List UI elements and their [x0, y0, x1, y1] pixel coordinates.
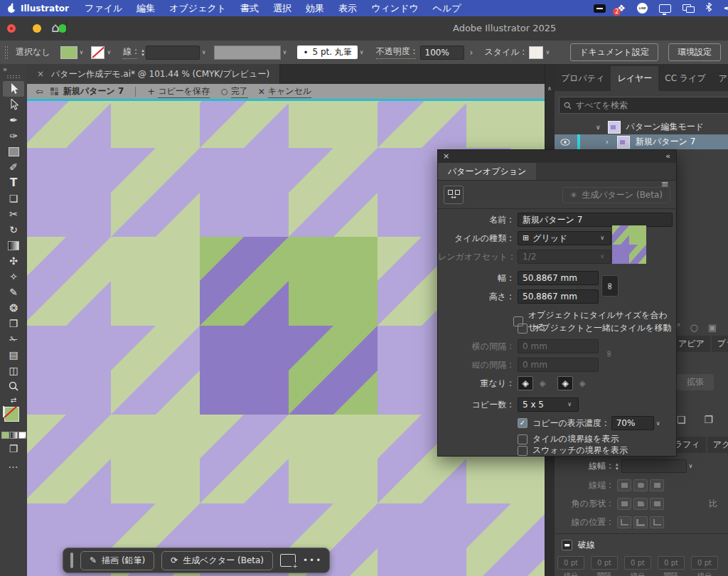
dim-copies-chevron[interactable]: ∨ — [656, 420, 660, 427]
brush-definition-chevron[interactable]: ∨ — [360, 49, 364, 55]
cancel-button[interactable]: ✕キャンセル — [258, 85, 311, 98]
stroke-panel-weight-chevron[interactable]: ∨ — [689, 463, 693, 469]
app-menu-illustrator[interactable]: Illustrator — [21, 4, 69, 14]
controlbar-grip[interactable] — [4, 46, 9, 60]
layer-thumbnail[interactable] — [608, 121, 621, 134]
color-mode-gradient[interactable] — [10, 432, 18, 439]
dash-value-field[interactable]: 0 pt — [591, 556, 618, 570]
taskbar-more-icon[interactable]: ••• — [303, 555, 322, 565]
show-tile-edge-label[interactable]: タイルの境界線を表示 — [532, 433, 619, 445]
stroke-weight-label[interactable]: 線 : — [123, 46, 137, 59]
image-icon[interactable]: ▣ — [708, 322, 717, 333]
reference-image-icon[interactable]: + — [280, 554, 296, 567]
panel-close-icon[interactable]: × — [443, 151, 449, 161]
menu-item-0[interactable]: ファイル — [85, 2, 122, 15]
dash-value-field[interactable]: 0 pt — [691, 556, 718, 570]
knife-tool[interactable]: ✁ — [3, 331, 24, 347]
pattern-tile-tool-button[interactable]: ↔ — [444, 186, 464, 204]
layer-row-pattern-mode[interactable]: ∨ パターン編集モード — [555, 119, 728, 134]
type-tool[interactable]: T — [3, 175, 24, 191]
dash-value-field[interactable]: 0 pt — [658, 556, 685, 570]
preferences-button[interactable]: 環境設定 — [668, 43, 721, 61]
artboard-tool[interactable]: ❐ — [3, 316, 24, 331]
show-swatch-bounds-checkbox[interactable] — [518, 446, 528, 456]
pen-status-icon[interactable]: ✒ — [724, 4, 728, 14]
panel-tab-1[interactable]: レイヤー — [611, 66, 658, 91]
menu-item-7[interactable]: ウィンドウ — [371, 2, 419, 15]
overlap-right-front-button[interactable]: ◈ — [535, 377, 550, 390]
stroke-weight-chevron[interactable]: ∨ — [202, 49, 206, 55]
tools-ellipsis-icon[interactable]: … — [3, 457, 24, 472]
layer-row-new-pattern[interactable]: › 新規パターン 7 — [555, 134, 728, 149]
layer-name[interactable]: 新規パターン 7 — [636, 136, 695, 148]
scroll-up-arrow[interactable]: ∧ — [547, 85, 552, 92]
dropbox-icon[interactable]: ❖2 — [617, 3, 626, 14]
panel-tab-0[interactable]: プロパティ — [555, 66, 611, 91]
document-tab[interactable]: × パターン作成デモ.ai* @ 101.44 % (CMYK/プレビュー) — [27, 64, 280, 84]
generate-pattern-button[interactable]: ✳ 生成パターン (Beta) — [562, 187, 670, 203]
menu-item-4[interactable]: 選択 — [273, 2, 291, 15]
style-chevron[interactable]: ∨ — [545, 49, 550, 55]
curvature-tool[interactable]: ✑ — [3, 128, 24, 144]
exit-pattern-mode-icon[interactable]: ⇦ — [36, 86, 43, 97]
align-center-button[interactable] — [617, 516, 631, 528]
overlap-top-front-button[interactable]: ◈ — [557, 376, 573, 390]
expand-chevron-icon[interactable]: ∨ — [596, 124, 601, 131]
corner-miter-button[interactable] — [617, 498, 631, 510]
tile-type-select[interactable]: ⊞グリッド ∨ — [518, 231, 611, 245]
layers-search-field[interactable]: すべてを検索 — [559, 97, 728, 114]
home-icon[interactable]: ⌂ — [51, 20, 59, 35]
direct-selection-tool[interactable] — [3, 97, 24, 112]
move-with-object-checkbox[interactable] — [518, 324, 528, 334]
width-tool[interactable]: ✣ — [3, 253, 24, 269]
copies-select[interactable]: 5 x 5∨ — [518, 398, 579, 412]
brush-preview-chevron[interactable]: ∨ — [283, 49, 287, 55]
zoom-icon[interactable]: ○ — [690, 322, 697, 333]
taskbar-drag-handle[interactable] — [70, 553, 73, 568]
appearance-tab-0[interactable]: アピア — [673, 336, 710, 352]
stroke-panel-stepper[interactable]: ▴▾ — [616, 462, 619, 471]
fill-color-swatch[interactable] — [60, 46, 77, 59]
cap-projecting-button[interactable] — [650, 479, 664, 491]
dashed-line-checkbox[interactable]: ▬ — [562, 540, 572, 550]
symbol-sprayer-tool[interactable]: ❂ — [3, 300, 24, 316]
graphic-tab-1[interactable]: アクショ — [707, 437, 728, 453]
pattern-name-field[interactable]: 新規パターン 7 — [518, 213, 673, 227]
cap-round-button[interactable] — [633, 479, 648, 491]
eyedropper-tool[interactable]: ✧ — [3, 269, 24, 284]
tab-close-icon[interactable]: × — [37, 69, 44, 79]
align-inside-button[interactable] — [633, 516, 648, 528]
stroke-weight-field[interactable] — [146, 46, 200, 60]
dim-copies-checkbox[interactable]: ✓ — [518, 418, 528, 428]
stroke-color-chevron[interactable]: ∨ — [107, 49, 111, 55]
panel-tab-2[interactable]: CC ライブ — [658, 66, 712, 91]
overlap-bottom-front-button[interactable]: ◈ — [575, 377, 589, 390]
pattern-tile[interactable] — [200, 237, 378, 415]
width-field[interactable]: 50.8867 mm — [518, 271, 599, 285]
menu-item-6[interactable]: 表示 — [338, 2, 357, 15]
rotate-view-tool[interactable]: ↻ — [3, 222, 24, 238]
pattern-options-tab[interactable]: パターンオプション — [438, 163, 536, 180]
opacity-label[interactable]: 不透明度 : — [376, 46, 416, 59]
corner-bevel-button[interactable] — [650, 498, 664, 510]
display-icon[interactable] — [659, 4, 671, 13]
done-button[interactable]: ○完了 — [221, 85, 248, 98]
dash-value-field[interactable]: 0 pt — [557, 556, 584, 570]
color-mode-color[interactable] — [1, 432, 9, 439]
brush-definition-select[interactable]: •5 pt. 丸筆 — [297, 46, 357, 59]
corner-round-button[interactable] — [633, 498, 648, 510]
menu-item-5[interactable]: 効果 — [306, 2, 324, 15]
brush-preview[interactable] — [214, 46, 281, 60]
expand-button[interactable]: 拡張 — [677, 374, 714, 390]
bluetooth-icon[interactable] — [705, 2, 712, 14]
dash-value-field[interactable]: 0 pt — [624, 556, 651, 570]
opacity-more-chevron[interactable]: › — [470, 48, 473, 58]
layer-name[interactable]: パターン編集モード — [626, 121, 704, 133]
paste-icon[interactable]: ❏ — [677, 414, 686, 425]
overlap-left-front-button[interactable]: ◈ — [518, 376, 533, 390]
shape-builder-tool[interactable]: ◫ — [3, 363, 24, 378]
paintbrush-tool[interactable]: ✐ — [3, 159, 24, 175]
height-field[interactable]: 50.8867 mm — [518, 289, 599, 304]
measure-tool[interactable]: ▤ — [3, 347, 24, 363]
move-with-object-label[interactable]: オブジェクトと一緒にタイルを移動 — [532, 322, 671, 334]
